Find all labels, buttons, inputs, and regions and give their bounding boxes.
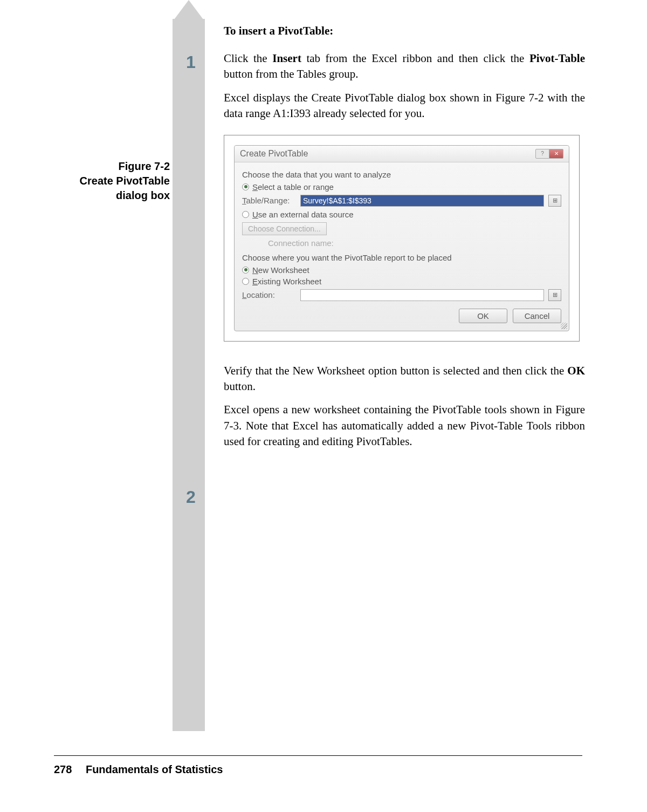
create-pivottable-dialog: Create PivotTable ? ✕ Choose the data th…: [234, 145, 569, 331]
range-picker-button[interactable]: ⊞: [548, 195, 561, 207]
step-1-text-2: Excel displays the Create PivotTable dia…: [224, 90, 585, 122]
location-picker-button[interactable]: ⊞: [548, 289, 561, 301]
sidebar-arrow: [173, 0, 205, 22]
footer-rule: [54, 755, 582, 756]
radio-icon: [242, 278, 249, 285]
radio-select-label: Select a table or range: [252, 182, 334, 192]
radio-icon: [242, 267, 249, 274]
step-2-number: 2: [186, 487, 196, 507]
figure-number: Figure 7-2: [54, 159, 170, 174]
section-analyze-label: Choose the data that you want to analyze: [242, 170, 561, 179]
figure-frame: Create PivotTable ? ✕ Choose the data th…: [224, 135, 580, 342]
step-2-text-2: Excel opens a new worksheet containing t…: [224, 402, 585, 449]
connection-name-label: Connection name:: [268, 238, 561, 248]
radio-external-label: Use an external data source: [252, 210, 354, 219]
radio-existing-label: Existing Worksheet: [252, 277, 321, 286]
window-buttons: ? ✕: [535, 149, 563, 159]
page-footer: 278 Fundamentals of Statistics: [54, 763, 223, 776]
radio-external-source[interactable]: Use an external data source: [242, 210, 561, 219]
step-1-text-1: Click the Insert tab from the Excel ribb…: [224, 51, 585, 83]
sidebar-bar: [173, 19, 205, 731]
resize-grip-icon[interactable]: [561, 323, 567, 329]
figure-title-2: dialog box: [54, 188, 170, 203]
figure-title-1: Create PivotTable: [54, 174, 170, 188]
help-button[interactable]: ?: [535, 149, 549, 159]
radio-icon: [242, 183, 249, 190]
book-title: Fundamentals of Statistics: [86, 763, 223, 775]
close-button[interactable]: ✕: [549, 149, 563, 159]
table-range-input[interactable]: Survey!$A$1:$I$393: [300, 195, 544, 207]
radio-select-table[interactable]: Select a table or range: [242, 182, 561, 192]
radio-icon: [242, 211, 249, 218]
cancel-button[interactable]: Cancel: [513, 309, 561, 323]
section-heading: To insert a PivotTable:: [224, 24, 585, 38]
radio-existing-worksheet[interactable]: Existing Worksheet: [242, 277, 561, 286]
radio-new-label: New Worksheet: [252, 265, 309, 275]
table-range-row: Table/Range: Survey!$A$1:$I$393 ⊞: [242, 195, 561, 207]
step-1-number: 1: [186, 52, 196, 72]
location-row: Location: ⊞: [242, 289, 561, 301]
dialog-titlebar: Create PivotTable ? ✕: [235, 146, 569, 162]
ok-button[interactable]: OK: [459, 309, 507, 323]
dialog-title: Create PivotTable: [240, 149, 308, 159]
radio-new-worksheet[interactable]: New Worksheet: [242, 265, 561, 275]
figure-caption: Figure 7-2 Create PivotTable dialog box: [54, 159, 170, 203]
step-2-text-1: Verify that the New Worksheet option but…: [224, 363, 585, 395]
location-label: Location:: [242, 290, 296, 299]
choose-connection-button[interactable]: Choose Connection...: [242, 222, 327, 235]
section-placement-label: Choose where you want the PivotTable rep…: [242, 253, 561, 262]
page-number: 278: [54, 763, 72, 775]
table-range-label: Table/Range:: [242, 196, 296, 205]
location-input[interactable]: [300, 289, 544, 301]
